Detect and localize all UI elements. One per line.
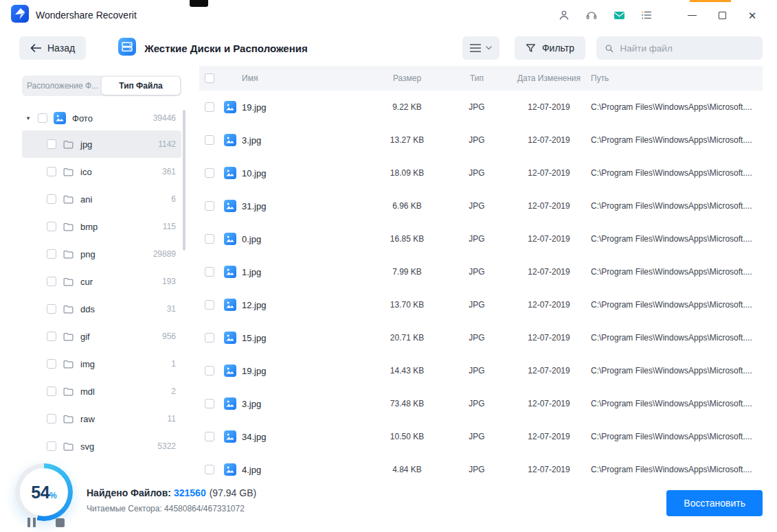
file-type-checkbox[interactable]: [47, 441, 56, 451]
row-checkbox[interactable]: [205, 102, 214, 112]
file-type-label: png: [80, 249, 95, 259]
sidebar-file-type-item[interactable]: raw 11: [22, 405, 181, 432]
column-header-name[interactable]: Имя: [224, 73, 368, 83]
sidebar-file-type-item[interactable]: img 1: [22, 350, 181, 378]
file-type-checkbox[interactable]: [47, 194, 56, 204]
search-box[interactable]: [596, 36, 763, 60]
stop-button[interactable]: [56, 518, 65, 527]
file-size: 6.96 KB: [368, 201, 447, 211]
sidebar-file-type-item[interactable]: mdl 2: [22, 378, 181, 405]
close-button[interactable]: ✕: [740, 5, 765, 25]
sidebar-file-type-item[interactable]: ani 6: [22, 185, 181, 213]
table-row[interactable]: 15.jpg 20.71 KB JPG 12-07-2019 C:\Progra…: [199, 321, 763, 354]
file-type: JPG: [447, 300, 507, 310]
file-path: C:\Program Files\WindowsApps\Microsoft..…: [591, 267, 763, 277]
row-checkbox[interactable]: [205, 234, 214, 244]
file-path: C:\Program Files\WindowsApps\Microsoft..…: [591, 333, 763, 343]
file-type-count: 956: [162, 332, 176, 341]
file-type-checkbox[interactable]: [47, 332, 56, 341]
maximize-button[interactable]: [710, 5, 734, 25]
row-checkbox[interactable]: [205, 168, 214, 178]
column-header-type[interactable]: Тип: [447, 73, 507, 83]
folder-icon: [63, 139, 74, 150]
file-type-checkbox[interactable]: [47, 386, 56, 396]
folder-icon: [63, 441, 74, 452]
file-type-count: 361: [162, 167, 176, 176]
file-type-checkbox[interactable]: [47, 304, 56, 314]
search-input[interactable]: [620, 43, 754, 54]
task-list-icon[interactable]: [640, 8, 653, 22]
drive-icon: [117, 37, 137, 59]
support-headset-icon[interactable]: [585, 8, 598, 22]
row-checkbox[interactable]: [205, 465, 214, 474]
row-checkbox[interactable]: [205, 366, 214, 375]
progress-percent-sign: %: [49, 491, 57, 500]
file-type-checkbox[interactable]: [47, 249, 56, 259]
table-row[interactable]: 34.jpg 10.50 KB JPG 12-07-2019 C:\Progra…: [199, 420, 763, 453]
sidebar-file-type-item[interactable]: bmp 115: [22, 213, 181, 240]
file-type-checkbox[interactable]: [47, 277, 56, 286]
file-type-checkbox[interactable]: [47, 222, 56, 231]
sidebar-root-photo[interactable]: ▾ Фото 39446: [22, 106, 181, 130]
file-type-checkbox[interactable]: [47, 139, 56, 149]
recording-strip-artifact: [690, 0, 731, 2]
file-size: 13.27 KB: [368, 135, 447, 145]
account-icon[interactable]: [557, 8, 571, 22]
file-type-checkbox[interactable]: [47, 167, 56, 176]
row-checkbox[interactable]: [205, 432, 214, 441]
recover-button[interactable]: Восстановить: [666, 490, 763, 516]
table-row[interactable]: 4.jpg 4.84 KB JPG 12-07-2019 C:\Program …: [199, 453, 763, 476]
column-header-date[interactable]: Дата Изменения: [507, 73, 591, 83]
sectors-label: Читаемые Сектора:: [87, 504, 162, 513]
pause-button[interactable]: [27, 518, 36, 527]
file-path: C:\Program Files\WindowsApps\Microsoft..…: [591, 399, 763, 408]
sidebar-file-type-item[interactable]: png 29889: [22, 240, 181, 268]
row-checkbox[interactable]: [205, 399, 214, 408]
minimize-button[interactable]: [679, 5, 704, 25]
caret-down-icon[interactable]: ▾: [25, 115, 32, 122]
table-row[interactable]: 0.jpg 16.85 KB JPG 12-07-2019 C:\Program…: [199, 222, 763, 255]
row-checkbox[interactable]: [205, 267, 214, 277]
row-checkbox[interactable]: [205, 135, 214, 145]
sidebar-file-type-item[interactable]: ico 361: [22, 158, 181, 185]
sidebar-scrollbar[interactable]: [183, 110, 185, 251]
row-checkbox[interactable]: [205, 201, 214, 211]
row-checkbox[interactable]: [205, 300, 214, 310]
select-all-checkbox[interactable]: [205, 73, 214, 83]
root-checkbox[interactable]: [38, 113, 47, 123]
filter-button[interactable]: Фильтр: [515, 36, 585, 60]
feedback-mail-icon[interactable]: [612, 8, 626, 22]
file-type-checkbox[interactable]: [47, 414, 56, 424]
table-row[interactable]: 19.jpg 9.22 KB JPG 12-07-2019 C:\Program…: [199, 91, 763, 124]
tab-file-location[interactable]: Расположение Ф...: [23, 77, 102, 95]
file-table: Имя Размер Тип Дата Изменения Путь 19.jp…: [199, 66, 763, 476]
table-row[interactable]: 31.jpg 6.96 KB JPG 12-07-2019 C:\Program…: [199, 189, 763, 222]
folder-icon: [63, 221, 74, 233]
table-row[interactable]: 1.jpg 7.99 KB JPG 12-07-2019 C:\Program …: [199, 255, 763, 288]
back-button[interactable]: Назад: [19, 36, 86, 60]
file-name: 4.jpg: [242, 465, 261, 475]
file-type-checkbox[interactable]: [47, 359, 56, 369]
row-checkbox[interactable]: [205, 333, 214, 343]
column-header-size[interactable]: Размер: [368, 73, 447, 83]
view-options-button[interactable]: [462, 36, 499, 60]
table-row[interactable]: 3.jpg 13.27 KB JPG 12-07-2019 C:\Program…: [199, 124, 763, 157]
sidebar-file-type-item[interactable]: dds 31: [22, 295, 181, 323]
file-name: 3.jpg: [242, 135, 261, 146]
sidebar-file-type-item[interactable]: gif 956: [22, 323, 181, 350]
table-row[interactable]: 10.jpg 18.09 KB JPG 12-07-2019 C:\Progra…: [199, 157, 763, 189]
table-row[interactable]: 12.jpg 13.70 KB JPG 12-07-2019 C:\Progra…: [199, 288, 763, 321]
sidebar-file-type-item[interactable]: jpg 1142: [22, 130, 181, 158]
tab-file-type[interactable]: Тип Файла: [102, 77, 180, 95]
sidebar-file-type-item[interactable]: cur 193: [22, 268, 181, 295]
table-row[interactable]: 3.jpg 73.48 KB JPG 12-07-2019 C:\Program…: [199, 387, 763, 420]
file-type-label: dds: [80, 304, 95, 314]
table-row[interactable]: 19.jpg 14.43 KB JPG 12-07-2019 C:\Progra…: [199, 354, 763, 387]
file-date: 12-07-2019: [507, 234, 591, 244]
file-size: 4.84 KB: [368, 465, 447, 474]
folder-icon: [63, 166, 74, 178]
file-type: JPG: [447, 432, 507, 441]
sidebar-file-type-item[interactable]: svg 5322: [22, 432, 181, 460]
column-header-path[interactable]: Путь: [591, 73, 763, 83]
file-date: 12-07-2019: [507, 267, 591, 277]
